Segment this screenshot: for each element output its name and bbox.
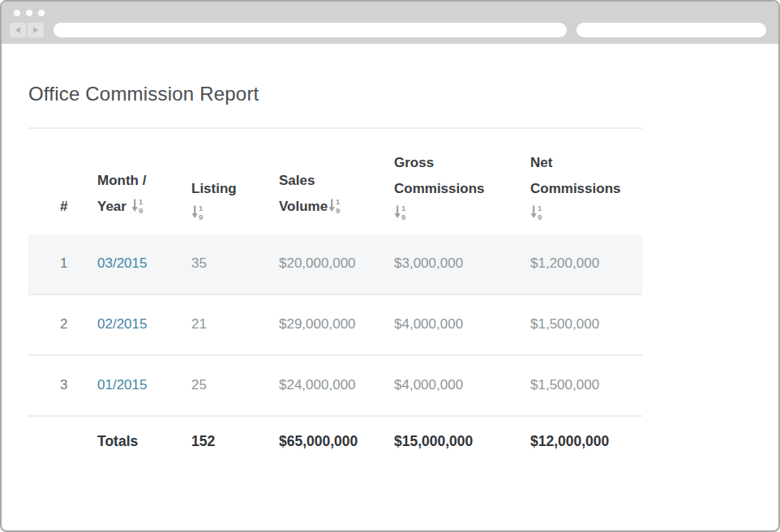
totals-sales-volume: $65,000,000 bbox=[266, 416, 381, 467]
totals-row: Totals 152 $65,000,000 $15,000,000 $12,0… bbox=[28, 416, 642, 467]
sales-volume-value: $29,000,000 bbox=[266, 294, 381, 355]
listing-value: 35 bbox=[178, 234, 266, 294]
window-dot-icon bbox=[38, 10, 45, 16]
header-row-number: # bbox=[28, 128, 84, 234]
listing-value: 21 bbox=[178, 294, 266, 355]
browser-window: Office Commission Report # Month / Year1… bbox=[0, 0, 780, 532]
svg-text:1: 1 bbox=[139, 198, 144, 206]
header-month-year[interactable]: Month / Year19 bbox=[84, 128, 178, 234]
page-content: Office Commission Report # Month / Year1… bbox=[2, 84, 778, 467]
table-row: 1 03/2015 35 $20,000,000 $3,000,000 $1,2… bbox=[28, 234, 642, 294]
forward-arrow-icon bbox=[33, 27, 38, 33]
window-controls bbox=[14, 10, 45, 16]
svg-text:9: 9 bbox=[336, 206, 340, 214]
sort-numeric-asc-icon: 19 bbox=[131, 198, 144, 213]
listing-value: 25 bbox=[178, 355, 266, 416]
sales-volume-value: $24,000,000 bbox=[266, 355, 381, 416]
svg-text:1: 1 bbox=[199, 204, 204, 212]
sort-numeric-asc-icon: 19 bbox=[191, 204, 204, 220]
svg-text:1: 1 bbox=[401, 204, 406, 212]
net-commissions-value: $1,500,000 bbox=[517, 294, 642, 355]
totals-listing: 152 bbox=[178, 416, 266, 467]
header-net-commissions[interactable]: Net Commissions 19 bbox=[517, 128, 642, 234]
browser-chrome bbox=[2, 2, 778, 44]
table-row: 3 01/2015 25 $24,000,000 $4,000,000 $1,5… bbox=[28, 355, 642, 416]
net-commissions-value: $1,200,000 bbox=[517, 234, 642, 294]
gross-commissions-value: $4,000,000 bbox=[381, 294, 517, 355]
sort-numeric-asc-icon: 19 bbox=[394, 204, 406, 220]
month-link[interactable]: 02/2015 bbox=[97, 316, 147, 332]
row-number: 1 bbox=[28, 234, 84, 294]
sort-numeric-asc-icon: 19 bbox=[328, 198, 341, 213]
search-bar[interactable] bbox=[576, 23, 766, 37]
net-commissions-value: $1,500,000 bbox=[517, 355, 642, 416]
forward-button[interactable] bbox=[28, 23, 44, 37]
page-title: Office Commission Report bbox=[28, 84, 778, 105]
sort-numeric-asc-icon: 19 bbox=[530, 204, 542, 220]
svg-text:9: 9 bbox=[139, 206, 143, 214]
window-dot-icon bbox=[26, 10, 32, 16]
commission-table: # Month / Year19 Listing 19 bbox=[28, 127, 642, 467]
gross-commissions-value: $4,000,000 bbox=[381, 355, 517, 416]
header-sales-volume[interactable]: Sales Volume19 bbox=[266, 128, 381, 234]
svg-text:9: 9 bbox=[199, 212, 203, 221]
svg-text:1: 1 bbox=[336, 198, 341, 206]
svg-text:1: 1 bbox=[538, 204, 542, 212]
table-row: 2 02/2015 21 $29,000,000 $4,000,000 $1,5… bbox=[28, 294, 642, 355]
header-row: # Month / Year19 Listing 19 bbox=[28, 128, 642, 234]
header-listing[interactable]: Listing 19 bbox=[178, 128, 266, 234]
window-dot-icon bbox=[14, 10, 20, 16]
back-button[interactable] bbox=[10, 23, 26, 37]
row-number: 3 bbox=[28, 355, 84, 416]
browser-toolbar bbox=[10, 23, 766, 37]
month-link[interactable]: 03/2015 bbox=[97, 255, 147, 271]
row-number: 2 bbox=[28, 294, 84, 355]
month-link[interactable]: 01/2015 bbox=[97, 377, 147, 393]
totals-gross-commissions: $15,000,000 bbox=[381, 416, 517, 467]
address-bar[interactable] bbox=[54, 23, 567, 37]
totals-label: Totals bbox=[84, 416, 178, 467]
svg-text:9: 9 bbox=[401, 212, 405, 221]
totals-net-commissions: $12,000,000 bbox=[517, 416, 642, 467]
header-gross-commissions[interactable]: Gross Commissions 19 bbox=[381, 128, 517, 234]
sales-volume-value: $20,000,000 bbox=[266, 234, 381, 294]
back-arrow-icon bbox=[15, 27, 20, 33]
svg-text:9: 9 bbox=[538, 212, 542, 221]
gross-commissions-value: $3,000,000 bbox=[381, 234, 517, 294]
